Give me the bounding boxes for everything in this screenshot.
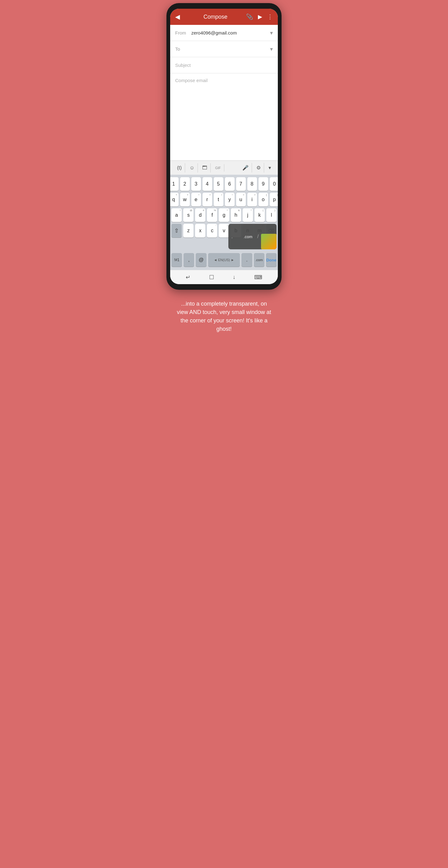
key-0[interactable]: 0 <box>270 177 278 191</box>
key-8[interactable]: 8 <box>247 177 257 191</box>
at-key[interactable]: @ <box>196 253 206 267</box>
suggestion-dotcom[interactable]: .com <box>242 233 253 240</box>
key-9[interactable]: 9 <box>259 177 268 191</box>
back-icon[interactable]: ◀ <box>175 13 180 21</box>
phone-shell: ◀ Compose 📎 ▶ ⋮ From zero4096@gmail.com … <box>167 3 281 290</box>
page-wrapper: ◀ Compose 📎 ▶ ⋮ From zero4096@gmail.com … <box>163 0 285 352</box>
key-z[interactable]: z <box>183 224 193 238</box>
caption: ...into a completely transparent, on vie… <box>163 300 285 333</box>
dotcom-key[interactable]: .com <box>254 253 264 267</box>
key-5[interactable]: 5 <box>214 177 223 191</box>
space-key[interactable]: ◄ EN(US) ► <box>208 253 240 267</box>
send-icon[interactable]: ▶ <box>258 13 262 20</box>
comma-key[interactable]: , <box>184 253 194 267</box>
header-title: Compose <box>185 14 246 20</box>
symbols-key[interactable]: !#1 <box>172 253 182 267</box>
emoji-icon: ☺ <box>189 165 195 171</box>
keyboard: 1 2 3 4 5 6 7 8 9 0 +q ×w ÷e =r <box>170 175 278 270</box>
thumbnail-image <box>261 234 276 249</box>
to-label: To <box>175 46 191 52</box>
zxcv-row: ⇧ z x 'c "v ;b n ?m ⌫ . .com <box>172 224 276 238</box>
key-2[interactable]: 2 <box>180 177 190 191</box>
from-row: From zero4096@gmail.com ▾ <box>170 25 278 41</box>
sticker-btn[interactable]: 🗔 <box>199 163 211 173</box>
nav-keyboard-icon[interactable]: ⌨ <box>254 274 262 281</box>
key-t[interactable]: /t <box>214 193 223 207</box>
sticker-icon: 🗔 <box>202 165 207 171</box>
key-k[interactable]: (k <box>255 208 265 222</box>
key-x[interactable]: x <box>195 224 205 238</box>
key-p[interactable]: ]p <box>270 193 278 207</box>
subject-row: Subject <box>170 57 278 73</box>
key-y[interactable]: −y <box>225 193 235 207</box>
nav-back-icon[interactable]: ↵ <box>186 274 190 281</box>
mic-icon: 🎤 <box>242 165 248 171</box>
key-i[interactable]: >i <box>247 193 257 207</box>
key-f[interactable]: %f <box>207 208 217 222</box>
suggestion-sep2: / <box>257 234 259 239</box>
key-d[interactable]: #d <box>195 208 205 222</box>
collapse-icon: ▾ <box>268 165 271 171</box>
period-key[interactable]: . <box>241 253 252 267</box>
settings-btn[interactable]: ⚙ <box>253 163 264 173</box>
key-r[interactable]: =r <box>203 193 212 207</box>
attach-icon[interactable]: 📎 <box>246 13 253 20</box>
qwerty-row: +q ×w ÷e =r /t −y <u >i [o ]p <box>172 193 276 207</box>
from-label: From <box>175 30 191 35</box>
asdf-row: !a @s #d %f ^g &h *j (k )l <box>172 208 276 222</box>
done-key[interactable]: Done <box>266 253 276 267</box>
key-s[interactable]: @s <box>183 208 193 222</box>
to-row: To ▾ <box>170 41 278 57</box>
collapse-btn[interactable]: ▾ <box>265 163 274 173</box>
key-w[interactable]: ×w <box>180 193 190 207</box>
key-h[interactable]: &h <box>231 208 241 222</box>
key-e[interactable]: ÷e <box>191 193 201 207</box>
from-chevron-icon[interactable]: ▾ <box>270 30 273 36</box>
compose-header: ◀ Compose 📎 ▶ ⋮ <box>170 9 278 25</box>
key-4[interactable]: 4 <box>203 177 212 191</box>
key-o[interactable]: [o <box>259 193 268 207</box>
caption-text: ...into a completely transparent, on vie… <box>177 301 271 332</box>
key-g[interactable]: ^g <box>219 208 229 222</box>
compose-area[interactable]: Compose email <box>170 73 278 160</box>
header-icons: 📎 ▶ ⋮ <box>246 13 273 20</box>
key-q[interactable]: +q <box>170 193 179 207</box>
subject-input[interactable]: Subject <box>175 62 191 68</box>
compose-placeholder: Compose email <box>175 78 208 83</box>
key-l[interactable]: )l <box>266 208 276 222</box>
key-1[interactable]: 1 <box>170 177 179 191</box>
gif-icon: GIF <box>215 166 220 170</box>
settings-icon: ⚙ <box>256 165 261 171</box>
key-c[interactable]: 'c <box>207 224 217 238</box>
phone-screen: ◀ Compose 📎 ▶ ⋮ From zero4096@gmail.com … <box>170 9 278 284</box>
key-v[interactable]: "v <box>219 224 229 238</box>
translate-btn[interactable]: (t) <box>174 163 185 173</box>
key-u[interactable]: <u <box>236 193 246 207</box>
suggestion-period[interactable]: . <box>230 233 234 240</box>
translate-icon: (t) <box>177 165 182 171</box>
gif-btn[interactable]: GIF <box>212 164 224 172</box>
email-form: From zero4096@gmail.com ▾ To ▾ Subject C… <box>170 25 278 160</box>
emoji-btn[interactable]: ☺ <box>186 163 198 173</box>
nav-recent-icon[interactable]: ↓ <box>233 274 236 280</box>
shift-key[interactable]: ⇧ <box>172 224 182 238</box>
key-j[interactable]: *j <box>243 208 253 222</box>
nav-bar: ↵ ☐ ↓ ⌨ <box>170 270 278 284</box>
number-row: 1 2 3 4 5 6 7 8 9 0 <box>172 177 276 191</box>
suggestion-sep1 <box>237 234 239 239</box>
suggestion-popup: . .com / Done <box>228 224 276 249</box>
more-icon[interactable]: ⋮ <box>267 13 273 20</box>
key-7[interactable]: 7 <box>236 177 246 191</box>
key-6[interactable]: 6 <box>225 177 235 191</box>
from-value[interactable]: zero4096@gmail.com <box>191 30 270 35</box>
nav-home-icon[interactable]: ☐ <box>209 274 214 281</box>
to-chevron-icon[interactable]: ▾ <box>270 46 273 53</box>
bottom-row: !#1 , @ ◄ EN(US) ► . .com Done <box>172 253 276 267</box>
mic-btn[interactable]: 🎤 <box>239 163 252 173</box>
key-a[interactable]: !a <box>172 208 182 222</box>
key-3[interactable]: 3 <box>191 177 201 191</box>
keyboard-toolbar: (t) ☺ 🗔 GIF 🎤 ⚙ ▾ <box>170 160 278 175</box>
